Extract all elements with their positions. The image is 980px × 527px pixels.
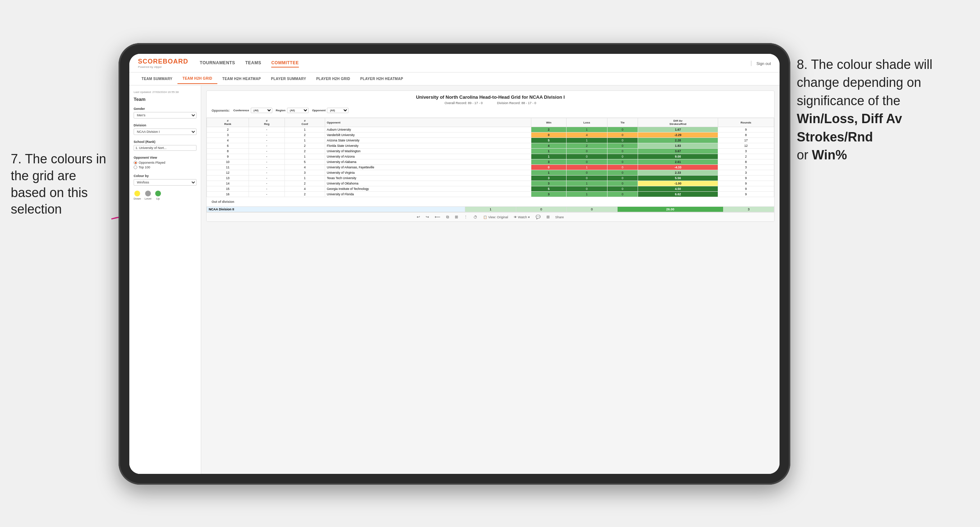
opponents-label: Opponents:	[212, 109, 230, 113]
nav-tournaments[interactable]: TOURNAMENTS	[200, 59, 235, 67]
radio-label-1: Opponents Played	[138, 161, 165, 164]
subnav-player-h2h-grid[interactable]: PLAYER H2H GRID	[311, 74, 355, 84]
grid-header-section: University of North Carolina Head-to-Hea…	[207, 91, 774, 118]
logo-area: SCOREBOARD Powered by clippd	[138, 58, 188, 68]
toolbar-back[interactable]: ⟵	[435, 215, 441, 219]
cell-loss: 0	[566, 176, 607, 181]
cell-win: 1	[531, 149, 566, 154]
subnav-team-h2h-grid[interactable]: TEAM H2H GRID	[177, 74, 217, 84]
radio-top100[interactable]: Top 100	[134, 165, 197, 169]
toolbar-clock[interactable]: ⏱	[474, 215, 477, 219]
cell-conf: 4	[285, 186, 325, 192]
filter-region-label: Region	[276, 109, 286, 112]
toolbar-comment[interactable]: 💬	[536, 215, 541, 219]
cell-diff: 1.67	[638, 127, 718, 132]
legend-level-label: Level	[145, 197, 151, 200]
cell-reg: -	[248, 192, 285, 197]
col-opponent: Opponent	[325, 118, 531, 127]
cell-rank: 4	[207, 138, 249, 143]
cell-tie: 0	[607, 165, 638, 170]
table-header-row: #Rank #Reg #Conf Opponent Win Loss Tie D…	[207, 118, 774, 127]
cell-tie: 0	[607, 143, 638, 149]
sidebar-colour-label: Colour by	[134, 174, 197, 178]
cell-loss: 1	[566, 192, 607, 197]
subnav-player-summary[interactable]: PLAYER SUMMARY	[266, 74, 311, 84]
annotation-left: 7. The colours in the grid are based on …	[11, 151, 115, 218]
cell-win: 4	[531, 143, 566, 149]
cell-opponent: University of Florida	[325, 192, 531, 197]
cell-conf: 2	[285, 149, 325, 154]
cell-diff: -2.29	[638, 132, 718, 138]
toolbar-grid[interactable]: ⊞	[546, 215, 550, 219]
table-row: 13 - 1 Texas Tech University 3 0 0 5.56 …	[207, 176, 774, 181]
toolbar-undo[interactable]: ↩	[417, 215, 420, 219]
cell-rank: 15	[207, 186, 249, 192]
cell-tie: 0	[607, 159, 638, 165]
sidebar-colour-select[interactable]: Win/loss	[134, 179, 197, 186]
cell-tie: 0	[607, 154, 638, 159]
cell-opponent: University of Alabama	[325, 159, 531, 165]
table-row: 2 - 1 Auburn University 2 1 0 1.67 9	[207, 127, 774, 132]
radio-opponents-played[interactable]: Opponents Played	[134, 161, 197, 164]
sidebar-division-label: Division	[134, 124, 197, 127]
cell-loss: 2	[566, 143, 607, 149]
sidebar-colour-section: Colour by Win/loss	[134, 174, 197, 186]
cell-opponent: University of Washington	[325, 149, 531, 154]
toolbar-separator[interactable]: ⋮	[464, 215, 468, 219]
logo-sub: Powered by clippd	[138, 65, 188, 68]
grid-title: University of North Carolina Head-to-Hea…	[212, 94, 769, 100]
table-row: 10 - 5 University of Alabama 3 0 0 2.61 …	[207, 159, 774, 165]
cell-diff: -1.00	[638, 181, 718, 186]
sidebar-division-select[interactable]: NCAA Division I	[134, 129, 197, 135]
filter-region-select[interactable]: (All)	[287, 108, 309, 113]
sidebar-gender-select[interactable]: Men's	[134, 112, 197, 119]
sidebar-team-title: Team	[134, 97, 197, 102]
sidebar-school-value: 1. University of Nort...	[134, 145, 197, 151]
nav-teams[interactable]: TEAMS	[245, 59, 261, 67]
toolbar-watch[interactable]: 👁 Watch ▾	[514, 215, 530, 219]
cell-rank: 14	[207, 181, 249, 186]
legend-down-label: Down	[134, 197, 141, 200]
cell-diff: 1.83	[638, 143, 718, 149]
cell-opponent: Texas Tech University	[325, 176, 531, 181]
cell-rounds: 9	[718, 192, 774, 197]
main-nav: TOURNAMENTS TEAMS COMMITTEE	[200, 59, 751, 67]
filter-row: Opponents: Conference (All) Region (	[212, 108, 769, 113]
legend-level-circle	[145, 190, 151, 196]
toolbar-paste[interactable]: ⊞	[455, 215, 458, 219]
cell-opponent: Vanderbilt University	[325, 132, 531, 138]
sidebar: Last Updated: 27/03/2024 16:55:38 Team G…	[129, 86, 201, 474]
subnav-player-h2h-heatmap[interactable]: PLAYER H2H HEATMAP	[355, 74, 408, 84]
cell-loss: 1	[566, 138, 607, 143]
cell-rounds: 17	[718, 138, 774, 143]
filter-opponent: Opponent (All)	[312, 108, 349, 113]
cell-diff: 2.33	[638, 170, 718, 176]
cell-diff: 2.61	[638, 159, 718, 165]
cell-opponent: Auburn University	[325, 127, 531, 132]
cell-win: 1	[531, 170, 566, 176]
cell-diff: 9.00	[638, 154, 718, 159]
nav-committee[interactable]: COMMITTEE	[271, 59, 299, 67]
filter-opponent-select[interactable]: (All)	[327, 108, 348, 113]
sign-out-button[interactable]: Sign out	[757, 61, 771, 66]
toolbar-view[interactable]: 📋 View: Original	[483, 215, 508, 219]
cell-rounds: 9	[718, 127, 774, 132]
toolbar-copy[interactable]: ⧉	[446, 215, 449, 219]
subnav-team-h2h-heatmap[interactable]: TEAM H2H HEATMAP	[217, 74, 266, 84]
filter-opponent-label: Opponent	[312, 109, 326, 112]
table-row: 15 - 4 Georgia Institute of Technology 5…	[207, 186, 774, 192]
cell-rank: 3	[207, 132, 249, 138]
sub-nav: TEAM SUMMARY TEAM H2H GRID TEAM H2H HEAT…	[129, 73, 780, 86]
cell-opponent: Georgia Institute of Technology	[325, 186, 531, 192]
subnav-team-summary[interactable]: TEAM SUMMARY	[137, 74, 177, 84]
cell-win: 2	[531, 127, 566, 132]
toolbar-redo[interactable]: ↪	[426, 215, 429, 219]
cell-reg: -	[248, 181, 285, 186]
col-reg: #Reg	[248, 118, 285, 127]
cell-conf: 5	[285, 159, 325, 165]
filter-conference-select[interactable]: (All)	[251, 108, 272, 113]
grid-records: Overall Record: 89 - 17 - 0 Division Rec…	[212, 101, 769, 105]
toolbar-share[interactable]: Share	[555, 215, 564, 219]
cell-tie: 0	[607, 132, 638, 138]
cell-win: 5	[531, 138, 566, 143]
